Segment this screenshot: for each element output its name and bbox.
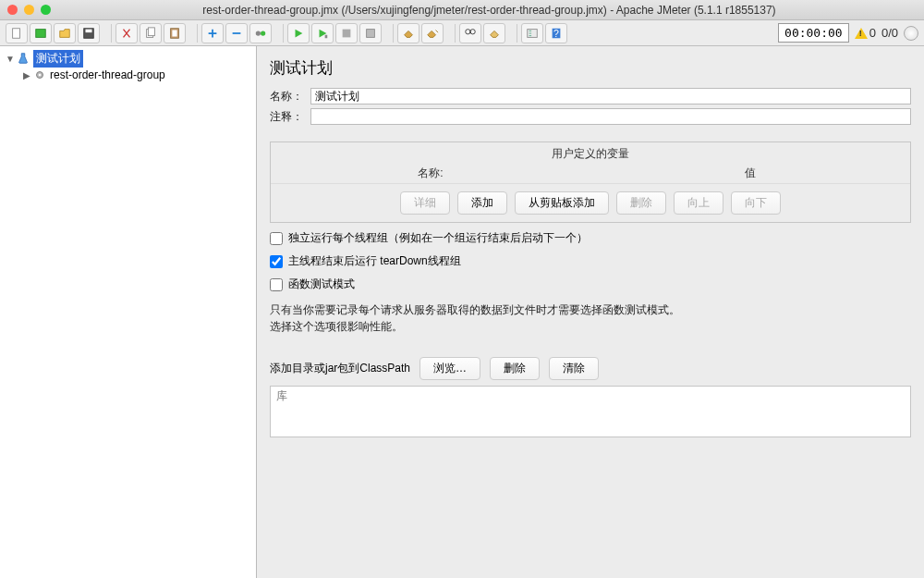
reset-search-button[interactable] <box>483 23 505 43</box>
page-title: 测试计划 <box>270 57 911 79</box>
teardown-checkbox-row[interactable]: 主线程结束后运行 tearDown线程组 <box>270 253 911 269</box>
name-label: 名称： <box>270 89 310 105</box>
clear-button[interactable] <box>397 23 419 43</box>
shutdown-button[interactable] <box>359 23 382 43</box>
add-button[interactable]: 添加 <box>457 191 507 215</box>
comment-label: 注释： <box>270 109 310 125</box>
toggle-button[interactable] <box>249 23 272 43</box>
window-controls <box>7 5 51 15</box>
tree-node-label: rest-order-thread-group <box>50 68 165 81</box>
browse-button[interactable]: 浏览… <box>419 357 480 380</box>
independent-threads-checkbox-row[interactable]: 独立运行每个线程组（例如在一个组运行结束后启动下一个） <box>270 230 911 246</box>
classpath-label: 添加目录或jar包到ClassPath <box>270 361 410 376</box>
svg-point-13 <box>466 29 470 33</box>
svg-rect-15 <box>528 29 538 37</box>
editor-panel: 测试计划 名称： 注释： 用户定义的变量 名称: 值 详细 添加 从剪贴板添加 … <box>257 46 924 578</box>
open-file-button[interactable] <box>54 23 76 43</box>
classpath-list[interactable]: 库 <box>270 386 911 437</box>
function-helper-button[interactable] <box>521 23 543 43</box>
vars-table-header: 名称: 值 <box>271 164 910 183</box>
checkbox-label: 主线程结束后运行 tearDown线程组 <box>288 253 461 269</box>
expand-button[interactable] <box>201 23 224 43</box>
collapse-button[interactable] <box>225 23 248 43</box>
beaker-icon <box>17 52 30 65</box>
svg-rect-12 <box>367 29 375 37</box>
start-button[interactable] <box>287 23 310 43</box>
checkbox-label: 独立运行每个线程组（例如在一个组运行结束后启动下一个） <box>288 230 588 246</box>
svg-rect-1 <box>36 29 46 37</box>
warning-count: 0 <box>869 26 876 40</box>
classpath-section: 添加目录或jar包到ClassPath 浏览… 删除 清除 库 <box>270 357 911 437</box>
teardown-checkbox[interactable] <box>270 255 283 268</box>
run-status-icon <box>904 26 918 41</box>
stop-button[interactable] <box>335 23 358 43</box>
close-window-button[interactable] <box>7 5 18 15</box>
svg-point-19 <box>39 74 42 77</box>
templates-button[interactable] <box>30 23 52 43</box>
svg-point-8 <box>256 31 261 35</box>
paste-button[interactable] <box>164 23 186 43</box>
search-button[interactable] <box>459 23 481 43</box>
delete-button[interactable]: 删除 <box>616 191 666 215</box>
functional-mode-note: 只有当你需要记录每个请求从服务器取得的数据到文件时才需要选择函数测试模式。 选择… <box>270 301 911 335</box>
cp-clear-button[interactable]: 清除 <box>549 357 599 380</box>
warning-icon <box>855 28 868 39</box>
col-value: 值 <box>590 164 910 183</box>
move-down-button[interactable]: 向下 <box>731 191 781 215</box>
toolbar: ? 00:00:00 0 0/0 <box>0 20 924 46</box>
independent-threads-checkbox[interactable] <box>270 232 283 245</box>
zoom-window-button[interactable] <box>41 5 51 15</box>
save-button[interactable] <box>78 23 100 43</box>
add-from-clipboard-button[interactable]: 从剪贴板添加 <box>515 191 609 215</box>
name-input[interactable] <box>310 88 911 105</box>
user-vars-section: 用户定义的变量 名称: 值 详细 添加 从剪贴板添加 删除 向上 向下 <box>270 141 911 223</box>
vars-title: 用户定义的变量 <box>271 142 910 164</box>
move-up-button[interactable]: 向上 <box>674 191 723 215</box>
col-name: 名称: <box>271 164 590 183</box>
svg-rect-5 <box>148 27 154 35</box>
svg-rect-3 <box>86 29 92 32</box>
functional-mode-checkbox[interactable] <box>270 278 283 291</box>
elapsed-timer: 00:00:00 <box>778 23 849 43</box>
tree-expand-icon[interactable]: ▼ <box>6 54 15 64</box>
tree-node-label: 测试计划 <box>33 50 83 68</box>
help-button[interactable]: ? <box>545 23 567 43</box>
copy-button[interactable] <box>140 23 162 43</box>
warning-indicator[interactable]: 0 <box>855 26 876 40</box>
svg-rect-11 <box>343 29 351 37</box>
thread-count: 0/0 <box>881 26 898 40</box>
gear-icon <box>33 68 46 81</box>
test-plan-tree[interactable]: ▼ 测试计划 ▶ rest-order-thread-group <box>0 46 257 578</box>
svg-text:?: ? <box>553 27 559 38</box>
minimize-window-button[interactable] <box>24 5 34 15</box>
tree-node-test-plan[interactable]: ▼ 测试计划 <box>0 50 256 67</box>
clear-all-button[interactable] <box>421 23 444 43</box>
svg-rect-7 <box>172 30 176 36</box>
tree-node-thread-group[interactable]: ▶ rest-order-thread-group <box>0 67 256 83</box>
classpath-lib-header: 库 <box>271 387 910 406</box>
detail-button[interactable]: 详细 <box>400 191 450 215</box>
svg-rect-0 <box>13 28 20 38</box>
main-split: ▼ 测试计划 ▶ rest-order-thread-group 测试计划 名称… <box>0 46 924 578</box>
tree-expand-icon[interactable]: ▶ <box>22 70 31 80</box>
svg-rect-10 <box>325 34 328 38</box>
start-no-timers-button[interactable] <box>311 23 334 43</box>
comment-input[interactable] <box>310 108 911 125</box>
titlebar: rest-order-thread-group.jmx (/Users/xuji… <box>0 0 924 20</box>
checkbox-label: 函数测试模式 <box>288 277 355 292</box>
cp-delete-button[interactable]: 删除 <box>490 357 540 380</box>
cut-button[interactable] <box>116 23 138 43</box>
svg-point-14 <box>470 29 475 33</box>
window-title: rest-order-thread-group.jmx (/Users/xuji… <box>62 4 917 17</box>
new-file-button[interactable] <box>6 23 28 43</box>
functional-mode-checkbox-row[interactable]: 函数测试模式 <box>270 277 911 292</box>
svg-point-9 <box>261 31 265 35</box>
